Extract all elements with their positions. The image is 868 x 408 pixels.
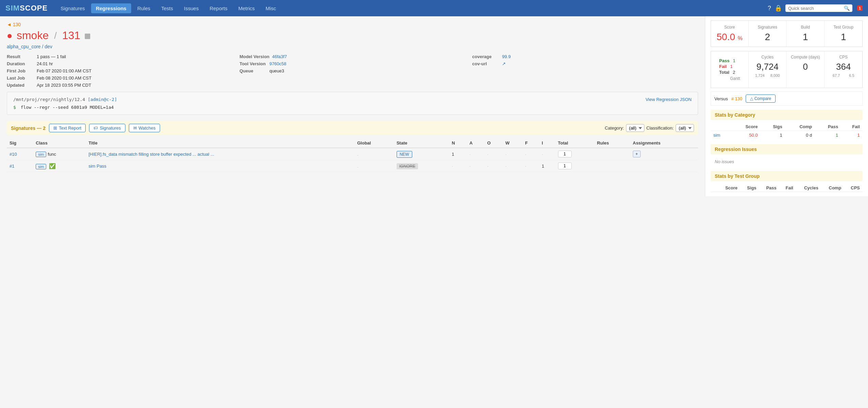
page-title: ● smoke / 131 ▦	[7, 29, 698, 42]
text-report-button[interactable]: ⊞ Text Report	[49, 124, 86, 132]
result-label: Result	[7, 54, 34, 59]
meta-result: Result 1 pass — 1 fail	[7, 54, 233, 59]
left-panel: ◄ 130 ● smoke / 131 ▦ alpha_cpu_core / d…	[0, 16, 705, 196]
cat-name[interactable]: sim	[711, 131, 731, 140]
nav-misc[interactable]: Misc	[261, 3, 281, 13]
row2-rules	[594, 160, 630, 172]
cmd-dollar: $	[13, 105, 16, 110]
model-value[interactable]: 46fa3f7	[272, 54, 287, 59]
row1-assignments[interactable]: +	[630, 148, 698, 160]
stats-category-table: Score Sigs Comp Pass Fail sim 50.0 1 0 d…	[711, 123, 863, 139]
tg-sigs-col: Sigs	[740, 184, 759, 192]
row2-title[interactable]: sim Pass	[86, 160, 354, 172]
covurl-value[interactable]: ↗	[502, 61, 506, 66]
tg-score-col: Score	[717, 184, 740, 192]
sigs-value: 2	[752, 32, 783, 42]
updated-label: Updated	[7, 83, 34, 88]
cycles-sub1: 1,724	[755, 73, 765, 78]
nav-signatures[interactable]: Signatures	[56, 3, 90, 13]
cps-sub: 67.7 6.5	[828, 73, 859, 78]
versus-label: Versus	[714, 96, 728, 101]
sim-badge2: sim	[36, 164, 46, 169]
search-bar: 🔍	[785, 4, 852, 12]
nav-rules[interactable]: Rules	[133, 3, 155, 13]
compare-button[interactable]: △ Compare	[746, 95, 776, 103]
lock-icon[interactable]: 🔒	[775, 4, 782, 12]
row2-total-input[interactable]	[558, 163, 572, 169]
brand-logo: SIMSCOPE	[5, 4, 48, 13]
cycles-sub: 1,724 8,000	[752, 73, 783, 78]
main-container: ◄ 130 ● smoke / 131 ▦ alpha_cpu_core / d…	[0, 16, 868, 196]
versus-num[interactable]: # 130	[731, 96, 743, 101]
nav-metrics[interactable]: Metrics	[233, 3, 259, 13]
no-issues-text: No issues	[711, 157, 863, 166]
row1-total-input[interactable]	[558, 151, 572, 157]
row1-title[interactable]: [HIER].fs_data mismatch filling store bu…	[86, 148, 354, 160]
stats-tg-header-row: Score Sigs Pass Fail Cycles Comp CPS	[711, 184, 863, 192]
build-label: Build	[790, 25, 821, 30]
stats-tg-table: Score Sigs Pass Fail Cycles Comp CPS	[711, 184, 863, 192]
status-dot: ●	[7, 30, 13, 41]
watches-button[interactable]: ✉ Watches	[129, 124, 160, 132]
cycles-label: Cycles	[752, 55, 783, 60]
add-assignment-btn[interactable]: +	[633, 151, 641, 157]
nav-reports[interactable]: Reports	[205, 3, 232, 13]
meta-grid: Result 1 pass — 1 fail Model Version 46f…	[7, 54, 698, 88]
tg-label: Test Group	[828, 25, 859, 30]
signatures-button[interactable]: 🏷 Signatures	[89, 124, 125, 132]
regression-subtitle[interactable]: alpha_cpu_core / dev	[7, 44, 698, 49]
category-group: Category: (all) Classification: (all)	[605, 124, 694, 132]
total-row: Total 2	[719, 70, 740, 75]
prev-regression[interactable]: ◄ 130	[7, 22, 698, 27]
meta-lastjob: Last Job Feb 08 2020 01:00 AM CST	[7, 75, 233, 81]
view-json-link[interactable]: View Regression JSON	[645, 97, 692, 102]
row2-f: ·	[522, 160, 539, 172]
row1-a: ·	[467, 148, 484, 160]
cat-sigs: 1	[761, 131, 785, 140]
queue-value: queue3	[270, 68, 284, 73]
nav-tests[interactable]: Tests	[156, 3, 178, 13]
chart-icon[interactable]: ▦	[84, 32, 91, 40]
search-input[interactable]	[788, 6, 843, 11]
coverage-value[interactable]: 99.9	[502, 54, 510, 59]
help-icon[interactable]: ?	[768, 5, 771, 12]
stats-tg-header: Stats by Test Group	[711, 171, 863, 181]
tool-label: Tool Version	[240, 61, 267, 66]
nav-regressions[interactable]: Regressions	[91, 3, 131, 13]
queue-label: Queue	[240, 68, 267, 73]
cps-label: CPS	[828, 55, 859, 60]
category-select[interactable]: (all)	[626, 124, 644, 132]
row1-state[interactable]: NEW	[394, 148, 449, 160]
sigs-col: Sigs	[761, 123, 785, 131]
title-slash: /	[54, 30, 57, 41]
check-icon: ✅	[49, 163, 56, 169]
tg-col	[711, 184, 717, 192]
signatures-header: Signatures — 2 ⊞ Text Report 🏷 Signature…	[7, 121, 698, 135]
row2-state[interactable]: IGNORE	[394, 160, 449, 172]
category-label: Category:	[605, 125, 624, 131]
second-stat-cards: Pass 1 Fail 1 Total 2 Gantt Cycles 9	[711, 51, 863, 88]
score-number: 50.0	[716, 32, 735, 42]
classification-select[interactable]: (all)	[676, 124, 694, 132]
tg-fail-col: Fail	[779, 184, 796, 192]
meta-coverage: coverage 99.9	[472, 54, 698, 59]
row1-f: ·	[522, 148, 539, 160]
cps-card: CPS 364 67.7 6.5	[825, 51, 863, 88]
score-card: Score 50.0 %	[711, 21, 749, 47]
row2-class: sim ✅	[33, 160, 86, 172]
cmd-path-text: /mnt/proj/regr/nightly/12.4	[13, 97, 85, 102]
search-icon[interactable]: 🔍	[844, 5, 850, 11]
meta-firstjob: First Job Feb 07 2020 01:00 AM CST	[7, 68, 233, 73]
table-header: Sig Class Title Global State N A O W F I…	[7, 138, 698, 148]
tg-pass-col: Pass	[759, 184, 779, 192]
col-f: F	[522, 138, 539, 148]
meta-queue: Queue queue3	[240, 68, 466, 73]
nav-issues[interactable]: Issues	[179, 3, 203, 13]
comp-col: Comp	[785, 123, 815, 131]
gantt-link[interactable]: Gantt	[719, 76, 740, 81]
cmd-line: $ flow --regr --seed 6801a9 MODEL=1a4	[13, 105, 692, 110]
tool-value[interactable]: 9760c58	[270, 61, 287, 66]
table-icon: ⊞	[53, 125, 57, 131]
cps-sub1: 67.7	[833, 73, 840, 78]
cat-col	[711, 123, 731, 131]
